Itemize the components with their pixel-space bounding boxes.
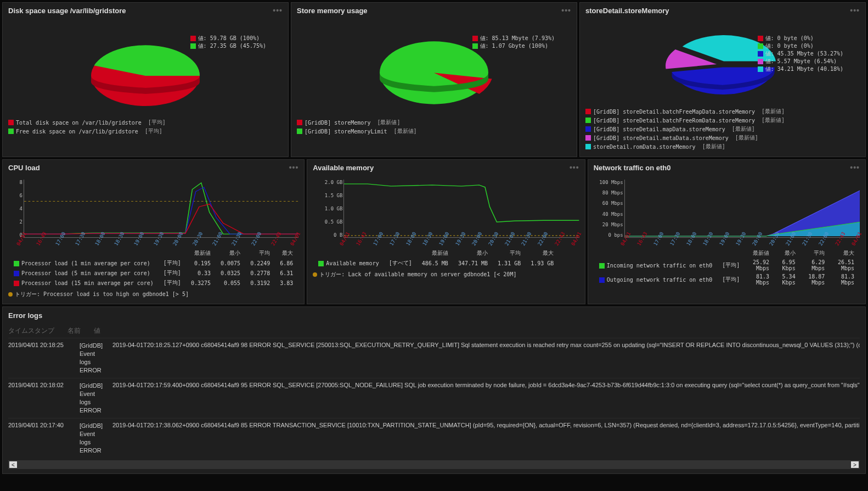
legend-label: 値: 27.35 GB (45.75%) [198,42,266,50]
legend-label: storeDetail.romData.storeMemory [593,144,696,150]
legend-swatch [297,120,302,125]
legend-label: [GridDB] storeDetail.metaData.storeMemor… [593,135,729,141]
pie-chart-disk [85,26,206,114]
panel-menu-icon[interactable]: ••• [850,163,860,172]
panel-disk-usage: Disk space usage /var/lib/gridstore••• 値… [2,2,289,157]
log-name: [GridDB]EventlogsERROR [80,382,112,415]
stats-row: Outgoing network traffic on eth0[平均]81.3… [595,273,859,286]
legend-label: 値: 1.07 Gbyte (100%) [480,42,548,50]
log-timestamp: 2019/04/01 20:17:40 [8,422,80,428]
chart-amem: 2.0 GB1.5 GB1.0 GB0.5 GB0 B 04/0116:4317… [313,180,579,245]
horizontal-scrollbar[interactable]: < > [8,460,860,469]
trigger-icon [8,292,13,297]
scroll-left-icon[interactable]: < [9,461,17,468]
panel-store-detail: storeDetail.storeMemory••• 値: 0 byte (0%… [579,2,866,157]
legend-swatch [472,36,478,41]
col-value[interactable]: 値 [94,326,100,336]
stats-row: Incoming network traffic on eth0[平均]25.9… [595,259,859,272]
legend-agg: [最新値] [762,108,785,115]
legend-label: Total disk space on /var/lib/gridstore [16,120,142,126]
legend-label: [GridDB] storeDetail.mapData.storeMemory [593,126,725,132]
legend-swatch [190,36,196,41]
panel-menu-icon[interactable]: ••• [273,6,283,15]
legend-swatch [758,66,763,72]
legend-swatch [585,118,591,123]
legend-swatch [297,129,302,134]
legend-swatch [585,109,591,114]
col-timestamp[interactable]: タイムスタンプ [8,326,54,336]
legend-swatch [14,261,19,266]
legend-swatch [8,129,14,134]
log-value: 2019-04-01T20:18:25.127+0900 c68045414af… [112,342,860,348]
log-row[interactable]: 2019/04/01 20:17:40[GridDB]EventlogsERRO… [8,418,860,458]
log-timestamp: 2019/04/01 20:18:25 [8,342,80,348]
panel-title: Disk space usage /var/lib/gridstore [8,7,126,15]
panel-title: Available memory [313,164,374,172]
panel-title: Store memory usage [297,7,368,15]
legend-agg: [最新値] [762,116,785,124]
panel-error-logs: Error logs タイムスタンプ 名前 値 2019/04/01 20:18… [2,306,866,474]
legend-swatch [14,281,19,286]
legend-label: [GridDB] storeDetail.batchFreeMapData.st… [593,109,755,115]
trigger-text: トリガー: Processor load is too high on gdbn… [15,291,189,298]
panel-cpu-load: CPU load••• 86420 04/0116:4317:0017:3018… [2,159,305,304]
legend-swatch [190,43,196,49]
legend-swatch [585,135,591,141]
panel-menu-icon[interactable]: ••• [561,6,571,15]
legend-label: 値: 34.21 Mbyte (40.18%) [765,65,843,73]
legend-label: Free disk space on /var/lib/gridstore [16,129,138,135]
panel-menu-icon[interactable]: ••• [850,6,860,15]
col-name[interactable]: 名前 [67,326,81,336]
legend-swatch [758,51,763,57]
trigger-text: トリガー: Lack of available memory on server… [319,271,516,278]
log-timestamp: 2019/04/01 20:18:02 [8,382,80,388]
legend-swatch [14,271,19,276]
legend-label: [GridDB] storeMemoryLimit [305,129,387,135]
legend-swatch [318,261,324,266]
log-name: [GridDB]EventlogsERROR [80,422,112,455]
legend-swatch [758,36,763,41]
log-value: 2019-04-01T20:17:59.400+0900 c68045414af… [112,382,860,388]
panel-title: CPU load [8,164,40,172]
legend-agg: [平均] [148,119,166,126]
legend-agg: [最新値] [735,134,758,142]
legend-label: 値: 59.78 GB (100%) [198,35,260,42]
panel-title: Error logs [8,311,860,320]
legend-swatch [585,144,591,149]
chart-net: 100 Mbps80 Mbps60 Mbps40 Mbps20 Mbps0 bp… [594,180,860,245]
legend-label: [GridDB] storeDetail.batchFreeRomData.st… [593,118,755,124]
trigger-icon [313,272,317,277]
stats-row: Processor load (1 min average per core)[… [9,259,297,267]
panel-menu-icon[interactable]: ••• [289,163,299,172]
panel-menu-icon[interactable]: ••• [570,163,579,172]
panel-title: Network traffic on eth0 [594,164,671,172]
log-name: [GridDB]EventlogsERROR [80,342,112,375]
log-row[interactable]: 2019/04/01 20:18:02[GridDB]EventlogsERRO… [8,378,860,418]
legend-label: [GridDB] storeMemory [305,120,370,126]
legend-agg: [最新値] [377,119,400,126]
log-row[interactable]: 2019/04/01 20:18:25[GridDB]EventlogsERRO… [8,338,860,378]
legend-agg: [最新値] [702,143,725,150]
panel-avail-memory: Available memory••• 2.0 GB1.5 GB1.0 GB0.… [307,159,585,304]
legend-swatch [585,126,591,132]
legend-swatch [8,120,14,125]
legend-swatch [599,263,605,269]
log-value: 2019-04-01T20:17:38.062+0900 c68045414af… [112,422,860,428]
legend-swatch [599,277,605,283]
legend-agg: [最新値] [394,127,417,135]
legend-swatch [472,43,478,49]
panel-title: storeDetail.storeMemory [585,7,669,15]
stats-row: Processor load (15 min average per core)… [9,278,297,287]
legend-agg: [最新値] [732,125,755,133]
legend-label: 値: 5.57 Mbyte (6.54%) [765,58,837,65]
panel-store-memory: Store memory usage••• 値: 85.13 Mbyte (7.… [291,2,577,157]
legend-swatch [758,59,763,64]
legend-label: 値: 0 byte (0%) [765,42,814,50]
legend-label: 値: 0 byte (0%) [765,35,814,42]
legend-agg: [平均] [145,127,162,135]
scroll-right-icon[interactable]: > [851,461,859,468]
stats-row: Processor load (5 min average per core)[… [9,269,297,277]
legend-label: 値: 45.35 Mbyte (53.27%) [765,50,843,58]
panel-network: Network traffic on eth0••• 100 Mbps80 Mb… [588,159,866,304]
stats-row: Available memory[すべて]486.5 MB347.71 MB1.… [314,259,558,267]
